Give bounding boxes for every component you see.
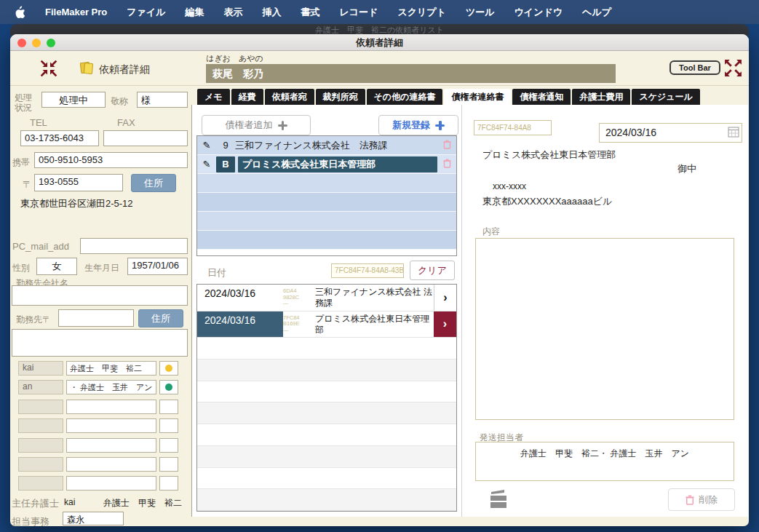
staff-status-indicator[interactable] [159,380,178,394]
birthdate-field[interactable]: 1957/01/06 [127,258,188,275]
staff-status-indicator[interactable] [159,476,178,491]
client-name-field[interactable]: 萩尾 彩乃 [206,64,616,83]
creditor-row-empty[interactable] [197,174,456,193]
staff-name-field[interactable] [66,400,156,414]
birth-label: 生年月日 [84,262,119,274]
tel-field[interactable]: 03-1735-6043 [20,130,99,146]
creditor-row[interactable]: ✎ 9 三和ファイナンス株式会社 法務課 [197,136,456,155]
staff-name-field[interactable]: ・ 弁護士 玉井 アン [66,380,156,394]
work-postal-field[interactable] [58,309,134,327]
add-creditor-button[interactable]: 債権者追加 [202,115,311,135]
edit-pencil-icon[interactable]: ✎ [197,159,216,170]
staff-name-field[interactable] [66,457,156,472]
menu-item-scripts[interactable]: スクリプト [397,6,446,19]
staff-name-field[interactable]: 弁護士 甲斐 裕二 [66,361,156,376]
uuid-search-field[interactable]: 7FC84F74-84A8-43B7 [331,263,404,278]
trash-icon[interactable] [437,158,456,171]
staff-status-indicator[interactable] [159,361,178,376]
tab-expenses[interactable]: 経費 [231,89,263,105]
toolbar-toggle-button[interactable]: Tool Bar [669,60,720,75]
menu-item-tools[interactable]: ツール [466,6,495,19]
printer-icon[interactable] [487,486,510,512]
creditor-row-empty[interactable] [197,231,456,250]
work-address-field[interactable] [12,329,188,357]
content-textarea[interactable] [475,238,734,420]
calendar-icon[interactable] [728,127,739,140]
open-letter-arrow[interactable]: › [434,311,456,338]
staff-status-indicator[interactable] [159,400,178,414]
tab-court-letter[interactable]: 裁判所宛 [316,89,365,105]
close-button[interactable] [17,39,26,47]
menu-item-window[interactable]: ウインドウ [514,6,563,19]
staff-code-field[interactable] [18,438,63,453]
tab-schedule[interactable]: スケジュール [632,89,699,105]
collapse-arrows-icon[interactable] [39,59,58,81]
creditor-row-empty[interactable] [197,212,456,231]
staff-code-field[interactable] [18,400,63,414]
letter-row-empty[interactable] [197,338,456,360]
postal-field[interactable]: 193-0555 [34,174,123,191]
open-letter-arrow[interactable]: › [434,285,456,311]
address-lookup-button[interactable]: 住所 [131,174,176,192]
staff-code-field[interactable]: kai [18,361,63,376]
mail-field[interactable] [80,238,188,254]
creditor-row-selected[interactable]: ✎ B プロミス株式会社東日本管理部 [197,155,456,174]
expand-arrows-icon[interactable] [723,58,743,81]
letter-row-empty[interactable] [197,424,456,446]
tab-creditor-notice[interactable]: 債権者通知 [512,89,571,105]
staff-status-indicator[interactable] [159,438,178,453]
zoom-button[interactable] [47,39,55,47]
menu-item-file[interactable]: ファイル [127,6,165,19]
apple-menu-icon[interactable] [15,6,25,18]
staff-name-field[interactable] [66,438,156,453]
tab-creditor-letter[interactable]: 債権者連絡書 [444,89,511,105]
minimize-button[interactable] [32,39,41,47]
staff-code-field[interactable] [18,418,63,433]
letter-row-empty[interactable] [197,446,456,468]
menu-item-view[interactable]: 表示 [223,6,242,19]
staff-code-field[interactable] [18,476,63,491]
letter-row-empty[interactable] [197,360,456,381]
folder-icon[interactable] [79,60,95,79]
tab-memo[interactable]: メモ [197,89,230,105]
clerk-field[interactable]: 森永 [63,512,124,525]
edit-pencil-icon[interactable]: ✎ [197,140,216,151]
new-register-button[interactable]: 新規登録 [378,115,458,135]
tab-other-letters[interactable]: その他の連絡書 [367,89,443,105]
record-id-field[interactable]: 7FC84F74-84A8 [474,120,552,135]
letter-row-empty[interactable] [197,402,456,424]
staff-name-field[interactable] [66,418,156,433]
work-address-lookup-button[interactable]: 住所 [138,309,183,327]
fax-field[interactable] [103,130,188,146]
menu-item-records[interactable]: レコード [339,6,378,19]
tab-lawyer-fees[interactable]: 弁護士費用 [572,89,630,105]
status-field[interactable]: 処理中 [41,92,106,108]
staff-status-indicator[interactable] [159,418,178,433]
letter-date-field[interactable]: 2024/03/16 [599,123,742,143]
menu-item-edit[interactable]: 編集 [185,6,204,19]
window-titlebar[interactable]: 依頼者詳細 [10,34,749,51]
letter-row[interactable]: 2024/03/16 6DA4 9828C --- 三和ファイナンス株式会社 法… [197,285,456,311]
trash-icon[interactable] [437,139,456,152]
menu-item-insert[interactable]: 挿入 [262,6,281,19]
menu-item-format[interactable]: 書式 [301,6,319,19]
delete-button[interactable]: 削除 [668,488,735,511]
mobile-field[interactable]: 050-9510-5953 [34,152,188,168]
creditor-row-empty[interactable] [197,193,456,212]
company-field[interactable] [12,285,188,306]
staff-code-field[interactable]: an [18,380,63,394]
tab-client-letter[interactable]: 依頼者宛 [265,89,314,105]
honorific-field[interactable]: 様 [137,92,188,108]
letter-row-empty[interactable] [197,468,456,490]
menu-item-help[interactable]: ヘルプ [582,6,611,19]
menu-app-name[interactable]: FileMaker Pro [45,7,107,17]
sender-textarea[interactable]: 弁護士 甲斐 裕二・ 弁護士 玉井 アン [475,442,734,481]
staff-code-field[interactable] [18,457,63,472]
gender-field[interactable]: 女 [36,258,77,275]
letter-row-empty[interactable] [197,381,456,403]
staff-status-indicator[interactable] [159,457,178,472]
letter-row-selected[interactable]: 2024/03/16 7FC84 B169E --- プロミス株式会社東日本管理… [197,311,456,338]
clear-button[interactable]: クリア [410,261,455,280]
letter-row-empty[interactable] [197,489,456,511]
staff-name-field[interactable] [66,476,156,491]
